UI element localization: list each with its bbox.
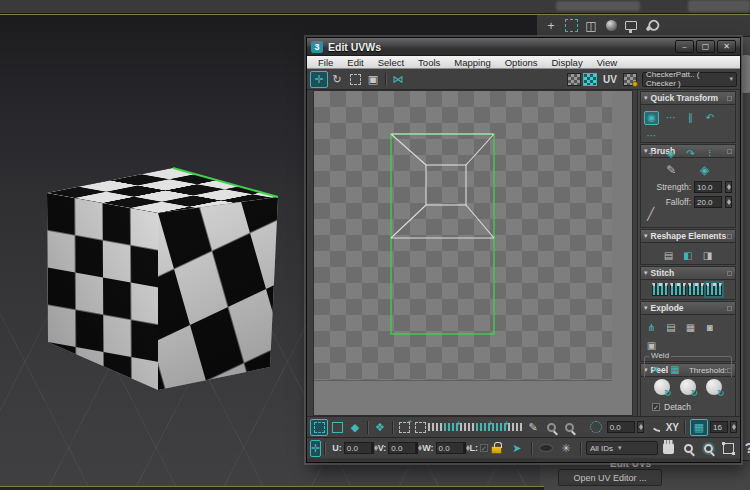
loop-grow-icon[interactable] [428,419,444,436]
rollout-header[interactable]: ▾Quick Transform [640,91,736,105]
detach-edge-icon[interactable]: ▤ [663,321,678,335]
rotate-tool-icon[interactable]: ↻ [328,71,346,88]
v-spinner[interactable]: 0.0 [388,442,416,454]
falloff-small-icon[interactable] [542,419,560,436]
freeform-tool-icon[interactable]: ▣ [364,71,382,88]
stitch-target-icon[interactable] [706,283,722,296]
falloff-line-icon[interactable]: ╱ [643,207,658,221]
relax-brush-icon[interactable]: ◈ [697,163,712,177]
move-tool-icon[interactable]: ✛ [310,71,328,88]
rollout-header[interactable]: ▾Explode [640,301,736,315]
loop-shrink-icon[interactable]: + [492,419,508,436]
vertex-mode-icon[interactable] [310,419,328,436]
zoom-region-icon[interactable] [700,440,718,457]
uv-space-label[interactable]: UV [603,74,617,85]
stitch-average-icon[interactable] [670,283,686,296]
pin-icon[interactable] [727,271,732,276]
menu-view[interactable]: View [590,57,624,68]
w-spinner[interactable]: 0.0 [436,442,464,454]
material-editor-icon[interactable] [603,18,619,34]
pin-icon[interactable] [727,96,732,101]
window-titlebar[interactable]: 3 Edit UVWs – ▢ ✕ [307,38,740,56]
detach-checkbox[interactable]: ✓ [652,403,660,411]
menu-edit[interactable]: Edit [340,57,370,68]
grid-snap-icon[interactable]: ▦ [690,419,708,436]
break-icon[interactable]: ⋔ [644,321,659,335]
loop-plus-icon[interactable]: + [444,419,460,436]
minimize-button[interactable]: – [675,40,694,53]
render-setup-icon[interactable] [623,18,639,34]
show-map-active-icon[interactable] [583,73,597,86]
pelt-map-icon[interactable]: ↻ [706,379,722,395]
paint-brush-icon[interactable]: ✎ [664,163,679,177]
flatten-by-face-icon[interactable]: ▦ [683,321,698,335]
lock-selection-icon[interactable] [488,440,506,457]
element-mode-icon[interactable]: ❖ [371,419,389,436]
menu-file[interactable]: File [311,57,340,68]
menu-mapping[interactable]: Mapping [447,57,497,68]
menu-tools[interactable]: Tools [411,57,447,68]
spinner-arrows-icon[interactable] [730,421,737,433]
space-horizontal-icon[interactable]: ⋯ [644,129,659,143]
reshape-loop-icon[interactable]: ▤ [661,249,676,263]
pan-hand-icon[interactable] [660,440,678,457]
stitch-source-icon[interactable] [688,283,704,296]
select-region-icon[interactable] [563,18,579,34]
open-uv-editor-button[interactable]: Open UV Editor ... [558,469,662,486]
ring-plus-icon[interactable]: + [476,419,492,436]
spinner-arrows-icon[interactable] [372,442,374,454]
stitch-custom-icon[interactable] [652,283,668,296]
menu-select[interactable]: Select [371,57,411,68]
falloff-spinner[interactable]: 20.0 [694,196,722,208]
angle-spinner[interactable]: 0.0 [607,421,635,433]
spinner-arrows-icon[interactable] [637,421,644,433]
mirror-tool-icon[interactable]: ⋈ [389,71,407,88]
falloff-large-icon[interactable] [560,419,578,436]
menu-options[interactable]: Options [498,57,545,68]
lock-aspect-checkbox[interactable]: ✓ [480,444,488,452]
menu-display[interactable]: Display [544,57,589,68]
align-vertical-icon[interactable]: ∥ [683,111,698,125]
checker-options-icon[interactable] [623,73,637,86]
uv-canvas[interactable] [313,90,633,416]
spinner-arrows-icon[interactable] [725,181,732,193]
strength-spinner[interactable]: 10.0 [694,181,722,193]
schematic-view-icon[interactable]: ◫ [583,18,599,34]
rollout-header[interactable]: ▾Reshape Elements [640,229,736,243]
weld-selected-icon[interactable]: ✕ [648,363,663,377]
flatten-by-smoothing-icon[interactable]: ◙ [702,321,717,335]
map-dropdown[interactable]: CheckerPatt.. ( Checker ) ▾ [642,72,737,87]
pin-icon[interactable] [727,306,732,311]
uv-wireframe[interactable] [314,91,632,415]
zoom-to-gizmo-icon[interactable]: ? [740,440,750,457]
pin-icon[interactable] [727,149,732,154]
polygon-mode-icon[interactable]: ◆ [346,419,364,436]
ring-shrink-icon[interactable] [508,419,524,436]
utilities-wrench-icon[interactable] [643,18,659,34]
freeze-snowflake-icon[interactable]: ✳ [557,440,575,457]
align-horizontal-icon[interactable]: ⋯ [663,111,678,125]
peel-mode-icon[interactable]: ↻ [680,379,696,395]
spinner-arrows-icon[interactable] [464,442,466,454]
paint-select-icon[interactable]: ✎ [524,419,542,436]
soft-selection-icon[interactable] [587,419,605,436]
scale-tool-icon[interactable] [346,71,364,88]
spinner-arrows-icon[interactable] [416,442,418,454]
grid-size-spinner[interactable]: 16 [710,421,728,433]
command-panel-scrollbar[interactable] [742,55,750,93]
falloff-curve-icon[interactable] [646,419,664,436]
plane-label[interactable]: XY [666,422,679,433]
ring-grow-icon[interactable] [460,419,476,436]
shrink-selection-icon[interactable] [412,419,428,436]
pin-icon[interactable] [727,234,732,239]
reshape-straighten-icon[interactable]: ◨ [700,249,715,263]
weld-all-icon[interactable]: ▦ [667,363,682,377]
rotate-ccw-icon[interactable]: ↶ [702,111,717,125]
id-filter-dropdown[interactable]: All IDs▾ [586,441,658,455]
zoom-extents-icon[interactable] [720,440,738,457]
absolute-mode-icon[interactable]: ✛ [310,440,321,457]
zoom-icon[interactable] [680,440,698,457]
edge-mode-icon[interactable] [328,419,346,436]
close-button[interactable]: ✕ [717,40,736,53]
reshape-relax-icon[interactable]: ◧ [681,249,696,263]
